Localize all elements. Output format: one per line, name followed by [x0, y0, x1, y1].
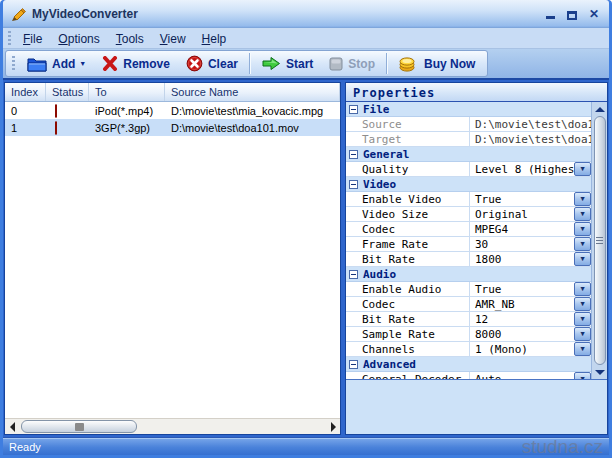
column-header-to[interactable]: To [89, 83, 165, 101]
section-header-general[interactable]: General [346, 147, 591, 162]
scroll-up-arrow-icon[interactable] [595, 104, 605, 114]
table-row[interactable]: 0 iPod(*.mp4) D:\movie\test\mia_kovacic.… [5, 102, 340, 119]
property-value[interactable]: Level 8 (Highest) [470, 162, 574, 176]
column-header-status[interactable]: Status [46, 83, 89, 101]
property-value: D:\movie\test\doa101 [470, 132, 591, 146]
file-list-panel: Index Status To Source Name 0 iPod(*.mp4… [4, 82, 341, 435]
toolbar-grip-handle[interactable] [12, 56, 15, 71]
property-row-quality: Quality Level 8 (Highest) ▼ [346, 162, 591, 177]
buy-now-button[interactable]: Buy Now [391, 53, 483, 74]
property-row-general-decoder: General Decoder Auto ▼ [346, 372, 591, 379]
scroll-right-arrow-icon[interactable] [326, 420, 340, 434]
horizontal-scroll-thumb[interactable] [21, 420, 137, 433]
dropdown-arrow-icon[interactable]: ▼ [574, 312, 591, 326]
dropdown-arrow-icon[interactable]: ▼ [574, 282, 591, 296]
property-value[interactable]: MPEG4 [470, 222, 574, 236]
app-window: MyVideoConverter ✕ File Options Tools Vi… [0, 0, 612, 458]
menu-view[interactable]: View [152, 29, 194, 48]
property-value[interactable]: True [470, 192, 574, 206]
close-button[interactable]: ✕ [589, 7, 599, 21]
clear-button[interactable]: Clear [178, 53, 246, 74]
remove-button[interactable]: Remove [94, 54, 178, 73]
menubar-grip-handle[interactable] [8, 31, 11, 46]
dropdown-arrow-icon[interactable]: ▼ [574, 207, 591, 221]
menu-bar: File Options Tools View Help [3, 28, 609, 49]
cell-source-name: D:\movie\test\mia_kovacic.mpg [165, 105, 340, 117]
collapse-minus-icon[interactable] [349, 105, 358, 114]
property-label: Frame Rate [346, 237, 470, 251]
property-label: Bit Rate [346, 312, 470, 326]
dropdown-arrow-icon[interactable]: ▼ [574, 222, 591, 236]
window-title: MyVideoConverter [32, 7, 138, 21]
section-label: General [363, 148, 409, 161]
watermark-text: studna.cz [522, 438, 603, 455]
dropdown-arrow-icon[interactable]: ▼ [574, 342, 591, 356]
status-red-square-icon [55, 121, 57, 135]
property-row-audio-bit-rate: Bit Rate 12 ▼ [346, 312, 591, 327]
table-row-selected[interactable]: 1 3GP(*.3gp) D:\movie\test\doa101.mov [5, 119, 340, 136]
property-value[interactable]: Auto [470, 372, 574, 379]
property-label: Bit Rate [346, 252, 470, 266]
clear-label: Clear [208, 57, 238, 71]
property-label: Source [346, 117, 470, 131]
horizontal-scrollbar[interactable] [5, 418, 340, 434]
folder-add-icon [27, 56, 47, 72]
add-label: Add [52, 57, 75, 71]
column-header-index[interactable]: Index [5, 83, 46, 101]
property-value[interactable]: 30 [470, 237, 574, 251]
toolbar-separator [386, 53, 388, 74]
menu-help[interactable]: Help [194, 29, 235, 48]
dropdown-arrow-icon[interactable]: ▼ [574, 252, 591, 266]
menu-tools[interactable]: Tools [108, 29, 152, 48]
property-label: Codec [346, 297, 470, 311]
cell-source-name: D:\movie\test\doa101.mov [165, 122, 340, 134]
property-value[interactable]: AMR_NB [470, 297, 574, 311]
cell-index: 1 [5, 122, 46, 134]
start-button[interactable]: Start [254, 54, 321, 73]
vertical-scroll-thumb[interactable] [594, 116, 606, 365]
red-x-icon [102, 56, 118, 71]
property-value[interactable]: 1 (Mono) [470, 342, 574, 356]
maximize-button[interactable] [567, 7, 577, 21]
dropdown-arrow-icon[interactable]: ▼ [574, 327, 591, 341]
dropdown-arrow-icon[interactable]: ▼ [574, 162, 591, 176]
collapse-minus-icon[interactable] [349, 180, 358, 189]
add-dropdown-caret-icon[interactable]: ▼ [79, 60, 86, 67]
property-label: General Decoder [346, 372, 470, 379]
scroll-left-arrow-icon[interactable] [5, 420, 19, 434]
property-value[interactable]: 8000 [470, 327, 574, 341]
cell-status [46, 105, 89, 117]
file-list-empty-area [5, 136, 340, 418]
collapse-minus-icon[interactable] [349, 270, 358, 279]
dropdown-arrow-icon[interactable]: ▼ [574, 372, 591, 379]
property-row-target: Target D:\movie\test\doa101 [346, 132, 591, 147]
collapse-minus-icon[interactable] [349, 360, 358, 369]
gray-square-icon [329, 57, 343, 71]
collapse-minus-icon[interactable] [349, 150, 358, 159]
menu-options[interactable]: Options [50, 29, 107, 48]
property-value[interactable]: 12 [470, 312, 574, 326]
dropdown-arrow-icon[interactable]: ▼ [574, 237, 591, 251]
menu-file[interactable]: File [15, 29, 50, 48]
scroll-down-arrow-icon[interactable] [595, 367, 605, 377]
cell-status [46, 122, 89, 134]
dropdown-arrow-icon[interactable]: ▼ [574, 192, 591, 206]
property-label: Channels [346, 342, 470, 356]
property-value[interactable]: True [470, 282, 574, 296]
property-value[interactable]: Original [470, 207, 574, 221]
section-header-advanced[interactable]: Advanced [346, 357, 591, 372]
section-header-file[interactable]: File [346, 102, 591, 117]
stop-button[interactable]: Stop [321, 55, 383, 73]
property-label: Video Size [346, 207, 470, 221]
add-button[interactable]: Add ▼ [19, 54, 94, 74]
minimize-button[interactable] [546, 7, 555, 21]
toolbar-strip: Add ▼ Remove C [5, 50, 488, 77]
property-row-channels: Channels 1 (Mono) ▼ [346, 342, 591, 357]
dropdown-arrow-icon[interactable]: ▼ [574, 297, 591, 311]
column-header-source-name[interactable]: Source Name [165, 83, 340, 101]
section-header-video[interactable]: Video [346, 177, 591, 192]
vertical-scrollbar[interactable] [591, 102, 607, 379]
property-value[interactable]: 1800 [470, 252, 574, 266]
property-label: Codec [346, 222, 470, 236]
section-header-audio[interactable]: Audio [346, 267, 591, 282]
